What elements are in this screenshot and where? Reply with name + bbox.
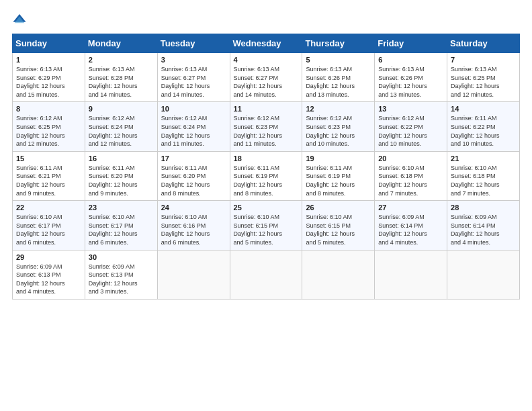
- calendar-cell: 6 Sunrise: 6:13 AM Sunset: 6:26 PM Dayli…: [375, 53, 447, 102]
- calendar-cell: 21 Sunrise: 6:10 AM Sunset: 6:18 PM Dayl…: [447, 151, 520, 200]
- calendar-cell: 15 Sunrise: 6:11 AM Sunset: 6:21 PM Dayl…: [13, 151, 85, 200]
- day-number: 8: [16, 105, 81, 113]
- day-number: 27: [378, 203, 443, 212]
- day-info: Sunrise: 6:12 AM Sunset: 6:24 PM Dayligh…: [89, 114, 154, 148]
- day-number: 23: [89, 203, 154, 212]
- header: [12, 12, 520, 27]
- calendar-cell: 23 Sunrise: 6:10 AM Sunset: 6:17 PM Dayl…: [85, 201, 157, 250]
- day-info: Sunrise: 6:13 AM Sunset: 6:26 PM Dayligh…: [378, 65, 443, 99]
- day-number: 17: [161, 154, 226, 163]
- calendar-cell: 17 Sunrise: 6:11 AM Sunset: 6:20 PM Dayl…: [157, 151, 230, 200]
- day-number: 19: [306, 154, 371, 163]
- day-info: Sunrise: 6:10 AM Sunset: 6:18 PM Dayligh…: [451, 164, 516, 197]
- day-number: 4: [234, 56, 299, 64]
- calendar-cell: 22 Sunrise: 6:10 AM Sunset: 6:17 PM Dayl…: [13, 201, 85, 250]
- day-info: Sunrise: 6:12 AM Sunset: 6:24 PM Dayligh…: [161, 114, 226, 148]
- day-info: Sunrise: 6:12 AM Sunset: 6:25 PM Dayligh…: [16, 114, 81, 148]
- calendar-cell: 18 Sunrise: 6:11 AM Sunset: 6:19 PM Dayl…: [230, 151, 302, 200]
- day-info: Sunrise: 6:09 AM Sunset: 6:13 PM Dayligh…: [16, 263, 81, 296]
- day-header-monday: Monday: [85, 34, 157, 53]
- calendar-cell: 1 Sunrise: 6:13 AM Sunset: 6:29 PM Dayli…: [13, 53, 85, 102]
- day-info: Sunrise: 6:11 AM Sunset: 6:19 PM Dayligh…: [306, 164, 371, 197]
- calendar-cell: 16 Sunrise: 6:11 AM Sunset: 6:20 PM Dayl…: [85, 151, 157, 200]
- day-number: 30: [89, 253, 154, 261]
- day-number: 21: [451, 154, 516, 163]
- day-number: 20: [378, 154, 443, 163]
- calendar-cell: 2 Sunrise: 6:13 AM Sunset: 6:28 PM Dayli…: [85, 53, 157, 102]
- day-info: Sunrise: 6:13 AM Sunset: 6:25 PM Dayligh…: [451, 65, 516, 99]
- day-info: Sunrise: 6:12 AM Sunset: 6:23 PM Dayligh…: [234, 114, 299, 148]
- day-number: 3: [161, 56, 226, 64]
- day-info: Sunrise: 6:10 AM Sunset: 6:16 PM Dayligh…: [161, 213, 226, 246]
- calendar-cell: [157, 250, 230, 299]
- day-number: 5: [306, 56, 371, 64]
- calendar-week-2: 8 Sunrise: 6:12 AM Sunset: 6:25 PM Dayli…: [13, 102, 520, 151]
- day-header-tuesday: Tuesday: [157, 34, 230, 53]
- calendar-cell: 29 Sunrise: 6:09 AM Sunset: 6:13 PM Dayl…: [13, 250, 85, 299]
- day-number: 7: [451, 56, 516, 64]
- calendar-cell: 28 Sunrise: 6:09 AM Sunset: 6:14 PM Dayl…: [447, 201, 520, 250]
- day-info: Sunrise: 6:10 AM Sunset: 6:17 PM Dayligh…: [89, 213, 154, 246]
- logo-icon: [12, 12, 27, 27]
- calendar-cell: 4 Sunrise: 6:13 AM Sunset: 6:27 PM Dayli…: [230, 53, 302, 102]
- day-number: 18: [234, 154, 299, 163]
- day-header-friday: Friday: [375, 34, 447, 53]
- day-info: Sunrise: 6:09 AM Sunset: 6:14 PM Dayligh…: [451, 213, 516, 246]
- calendar-cell: 9 Sunrise: 6:12 AM Sunset: 6:24 PM Dayli…: [85, 102, 157, 151]
- day-header-thursday: Thursday: [302, 34, 375, 53]
- calendar-cell: [230, 250, 302, 299]
- day-info: Sunrise: 6:13 AM Sunset: 6:26 PM Dayligh…: [306, 65, 371, 99]
- calendar-cell: 25 Sunrise: 6:10 AM Sunset: 6:15 PM Dayl…: [230, 201, 302, 250]
- day-info: Sunrise: 6:09 AM Sunset: 6:14 PM Dayligh…: [378, 213, 443, 246]
- day-number: 28: [451, 203, 516, 212]
- calendar-cell: 30 Sunrise: 6:09 AM Sunset: 6:13 PM Dayl…: [85, 250, 157, 299]
- day-number: 25: [234, 203, 299, 212]
- calendar-cell: 3 Sunrise: 6:13 AM Sunset: 6:27 PM Dayli…: [157, 53, 230, 102]
- day-number: 9: [89, 105, 154, 113]
- calendar-cell: [302, 250, 375, 299]
- calendar-cell: 26 Sunrise: 6:10 AM Sunset: 6:15 PM Dayl…: [302, 201, 375, 250]
- calendar-cell: [447, 250, 520, 299]
- day-info: Sunrise: 6:13 AM Sunset: 6:29 PM Dayligh…: [16, 65, 81, 99]
- calendar-cell: 5 Sunrise: 6:13 AM Sunset: 6:26 PM Dayli…: [302, 53, 375, 102]
- day-info: Sunrise: 6:11 AM Sunset: 6:20 PM Dayligh…: [161, 164, 226, 197]
- day-number: 22: [16, 203, 81, 212]
- day-number: 16: [89, 154, 154, 163]
- day-info: Sunrise: 6:13 AM Sunset: 6:27 PM Dayligh…: [161, 65, 226, 99]
- day-header-wednesday: Wednesday: [230, 34, 302, 53]
- calendar-week-3: 15 Sunrise: 6:11 AM Sunset: 6:21 PM Dayl…: [13, 151, 520, 200]
- calendar-cell: [375, 250, 447, 299]
- day-number: 2: [89, 56, 154, 64]
- day-info: Sunrise: 6:12 AM Sunset: 6:22 PM Dayligh…: [378, 114, 443, 148]
- day-number: 24: [161, 203, 226, 212]
- calendar-cell: 20 Sunrise: 6:10 AM Sunset: 6:18 PM Dayl…: [375, 151, 447, 200]
- day-info: Sunrise: 6:13 AM Sunset: 6:27 PM Dayligh…: [234, 65, 299, 99]
- day-info: Sunrise: 6:11 AM Sunset: 6:19 PM Dayligh…: [234, 164, 299, 197]
- day-info: Sunrise: 6:10 AM Sunset: 6:15 PM Dayligh…: [234, 213, 299, 246]
- calendar-table: SundayMondayTuesdayWednesdayThursdayFrid…: [12, 34, 520, 300]
- calendar-cell: 10 Sunrise: 6:12 AM Sunset: 6:24 PM Dayl…: [157, 102, 230, 151]
- day-info: Sunrise: 6:13 AM Sunset: 6:28 PM Dayligh…: [89, 65, 154, 99]
- day-info: Sunrise: 6:11 AM Sunset: 6:22 PM Dayligh…: [451, 114, 516, 148]
- day-header-saturday: Saturday: [447, 34, 520, 53]
- day-number: 1: [16, 56, 81, 64]
- logo: [12, 12, 30, 27]
- day-info: Sunrise: 6:10 AM Sunset: 6:15 PM Dayligh…: [306, 213, 371, 246]
- day-info: Sunrise: 6:10 AM Sunset: 6:17 PM Dayligh…: [16, 213, 81, 246]
- page: SundayMondayTuesdayWednesdayThursdayFrid…: [0, 0, 532, 411]
- day-number: 6: [378, 56, 443, 64]
- day-info: Sunrise: 6:11 AM Sunset: 6:21 PM Dayligh…: [16, 164, 81, 197]
- calendar-cell: 14 Sunrise: 6:11 AM Sunset: 6:22 PM Dayl…: [447, 102, 520, 151]
- calendar-cell: 19 Sunrise: 6:11 AM Sunset: 6:19 PM Dayl…: [302, 151, 375, 200]
- calendar-cell: 8 Sunrise: 6:12 AM Sunset: 6:25 PM Dayli…: [13, 102, 85, 151]
- day-info: Sunrise: 6:10 AM Sunset: 6:18 PM Dayligh…: [378, 164, 443, 197]
- day-number: 11: [234, 105, 299, 113]
- day-info: Sunrise: 6:11 AM Sunset: 6:20 PM Dayligh…: [89, 164, 154, 197]
- day-number: 26: [306, 203, 371, 212]
- calendar-week-1: 1 Sunrise: 6:13 AM Sunset: 6:29 PM Dayli…: [13, 53, 520, 102]
- calendar-cell: 24 Sunrise: 6:10 AM Sunset: 6:16 PM Dayl…: [157, 201, 230, 250]
- calendar-cell: 7 Sunrise: 6:13 AM Sunset: 6:25 PM Dayli…: [447, 53, 520, 102]
- day-number: 15: [16, 154, 81, 163]
- day-number: 10: [161, 105, 226, 113]
- calendar-cell: 13 Sunrise: 6:12 AM Sunset: 6:22 PM Dayl…: [375, 102, 447, 151]
